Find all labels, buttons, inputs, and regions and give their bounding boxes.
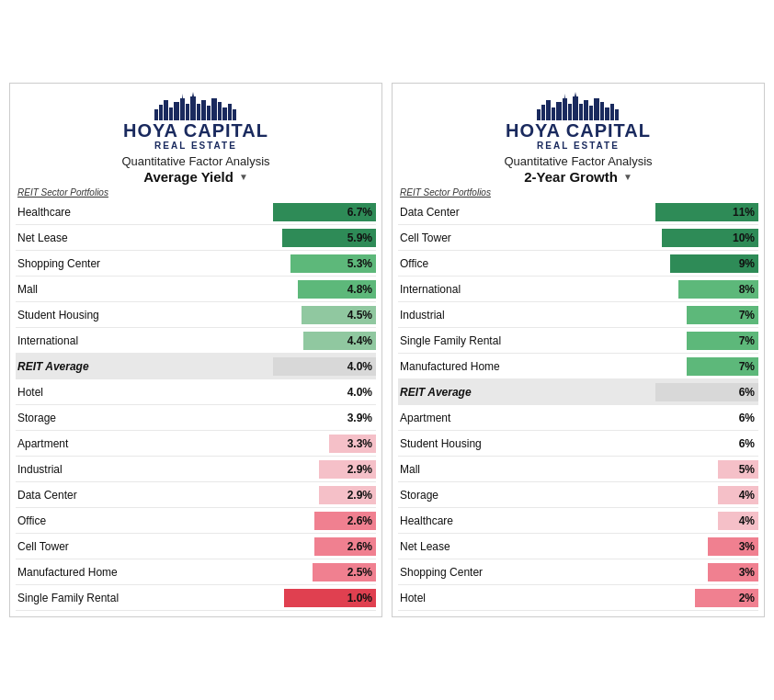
svg-rect-11 [201, 100, 206, 120]
svg-rect-18 [537, 109, 541, 120]
svg-rect-12 [207, 106, 211, 120]
svg-rect-3 [169, 107, 173, 120]
table-row: Net Lease5.9% [16, 225, 376, 251]
bar-value: 5.3% [347, 257, 372, 270]
bar-cell: 6.7% [266, 199, 376, 224]
row-label: Manufactured Home [398, 360, 648, 373]
bar-value: 5.9% [347, 231, 372, 244]
bar-cell: 4.0% [266, 379, 376, 404]
bar-cell: 10% [648, 225, 758, 250]
analysis-title-2: Quantitative Factor Analysis [398, 154, 758, 168]
table-row: Data Center2.9% [16, 482, 376, 508]
row-label: Industrial [16, 463, 266, 476]
row-label: Hotel [398, 592, 648, 604]
charts-wrapper: HOYA CAPITAL REAL ESTATE Quantitative Fa… [9, 83, 765, 617]
bar-value: 6% [739, 437, 755, 450]
bar-value: 2.6% [347, 514, 372, 527]
row-label: REIT Average [16, 360, 266, 373]
svg-rect-16 [228, 104, 232, 120]
svg-rect-2 [164, 100, 168, 120]
bar-value: 6% [739, 412, 755, 424]
svg-rect-15 [222, 107, 227, 120]
row-label: International [16, 334, 266, 347]
sector-label-1: REIT Sector Portfolios [16, 187, 376, 198]
svg-rect-13 [211, 98, 217, 120]
table-row: Hotel4.0% [16, 379, 376, 405]
logo-subtitle-2: REAL ESTATE [398, 141, 758, 151]
bar-value: 11% [733, 206, 755, 219]
bar-value: 7% [739, 334, 755, 347]
bar-cell: 4% [648, 482, 758, 507]
table-row: Single Family Rental7% [398, 328, 758, 354]
logo-area-1: HOYA CAPITAL REAL ESTATE [16, 91, 376, 151]
row-label: Office [398, 257, 648, 270]
skyline-icon-1 [150, 91, 242, 120]
table-row: Storage3.9% [16, 405, 376, 431]
table-row: Shopping Center5.3% [16, 251, 376, 277]
bar-value: 2.6% [347, 540, 372, 553]
bar-value: 2% [739, 592, 755, 604]
analysis-title-1: Quantitative Factor Analysis [16, 154, 376, 168]
bar-value: 6% [739, 386, 755, 399]
row-label: Single Family Rental [16, 592, 266, 604]
bar-cell: 2.5% [266, 559, 376, 584]
svg-rect-23 [563, 98, 567, 120]
table-row: Industrial7% [398, 302, 758, 328]
svg-rect-32 [600, 102, 604, 120]
bar-cell: 6% [648, 379, 758, 404]
row-label: Net Lease [398, 540, 648, 553]
table-row: Cell Tower10% [398, 225, 758, 251]
table-row: Manufactured Home7% [398, 354, 758, 379]
bar-cell: 4% [648, 508, 758, 533]
bar-value: 4.8% [347, 283, 372, 296]
svg-rect-34 [610, 104, 614, 120]
bar-value: 8% [739, 283, 755, 296]
metric-title-2: 2-Year Growth ▼ [398, 169, 758, 185]
table-row: Healthcare6.7% [16, 199, 376, 225]
row-label: Data Center [16, 489, 266, 502]
bar-value: 6.7% [347, 206, 372, 219]
logo-area-2: HOYA CAPITAL REAL ESTATE [398, 91, 758, 151]
table-row: Healthcare4% [398, 508, 758, 534]
bar-cell: 6% [648, 405, 758, 430]
bar-value: 7% [739, 309, 755, 322]
bar-value: 3% [739, 540, 755, 553]
row-label: Student Housing [16, 309, 266, 322]
row-label: Single Family Rental [398, 334, 648, 347]
row-label: Shopping Center [398, 566, 648, 579]
row-label: International [398, 283, 648, 296]
svg-rect-5 [180, 98, 185, 120]
logo-subtitle-1: REAL ESTATE [16, 141, 376, 151]
row-label: Apartment [16, 437, 266, 450]
metric-title-1: Average Yield ▼ [16, 169, 376, 185]
bar-cell: 5.9% [266, 225, 376, 250]
bar-cell: 5.3% [266, 251, 376, 276]
sector-label-2: REIT Sector Portfolios [398, 187, 758, 198]
row-label: Apartment [398, 412, 648, 424]
svg-marker-24 [564, 94, 565, 98]
bar-value: 2.9% [347, 463, 372, 476]
row-label: Storage [398, 489, 648, 502]
row-label: Healthcare [16, 206, 266, 219]
table-row: Mall4.8% [16, 277, 376, 302]
table-row: Student Housing6% [398, 431, 758, 457]
svg-rect-4 [174, 102, 179, 120]
svg-rect-30 [589, 106, 593, 120]
bar-value: 4.4% [347, 334, 372, 347]
svg-rect-7 [186, 104, 189, 120]
bar-cell: 7% [648, 302, 758, 327]
table-row: Student Housing4.5% [16, 302, 376, 328]
table-row: International4.4% [16, 328, 376, 354]
bar-value: 3.9% [347, 412, 372, 424]
svg-rect-21 [552, 107, 555, 120]
bar-value: 1.0% [347, 592, 372, 604]
svg-rect-10 [197, 104, 200, 120]
dropdown-arrow-2[interactable]: ▼ [623, 172, 632, 182]
svg-rect-26 [573, 96, 578, 120]
table-row: REIT Average6% [398, 379, 758, 405]
dropdown-arrow-1[interactable]: ▼ [239, 172, 248, 182]
bar-cell: 3% [648, 534, 758, 559]
row-label: Shopping Center [16, 257, 266, 270]
panel-2year-growth: HOYA CAPITAL REAL ESTATE Quantitative Fa… [392, 83, 765, 617]
bar-value: 4.0% [347, 386, 372, 399]
